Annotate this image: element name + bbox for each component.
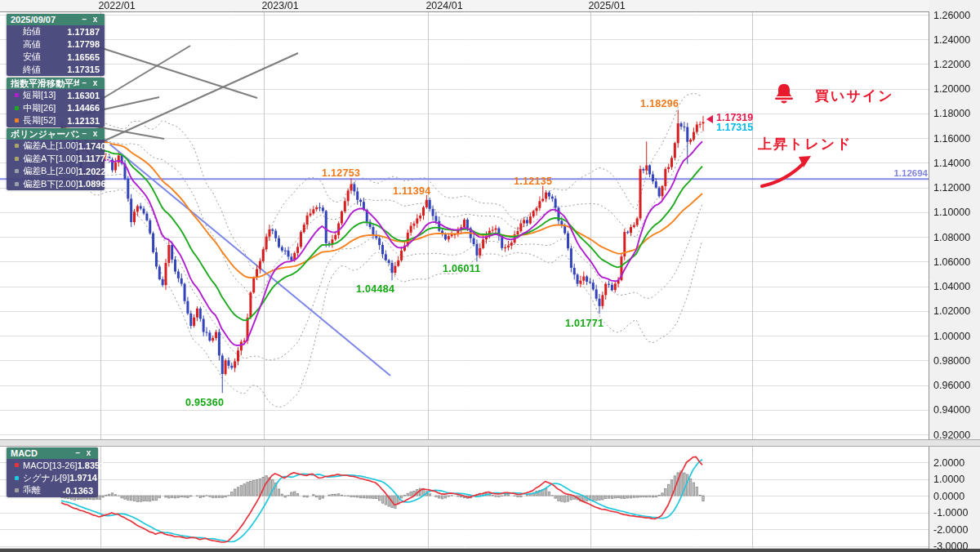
time-axis-tick: 2023/01 bbox=[254, 0, 306, 11]
price-axis-tick: 1.18000 bbox=[933, 108, 970, 119]
swing-high-label: 1.11394 bbox=[393, 185, 431, 197]
swing-low-label: 0.95360 bbox=[185, 397, 224, 408]
panel-row-label: 偏差A上[1.00] bbox=[23, 140, 78, 152]
panel-row: 中期[26]1.14466 bbox=[7, 102, 105, 115]
panel-row-value: 1.17315 bbox=[67, 65, 100, 74]
panel-minimize-button[interactable]: − bbox=[79, 14, 90, 25]
macd-axis-tick: 2.0000 bbox=[933, 457, 964, 469]
macd-axis-tick: 1.0000 bbox=[933, 474, 964, 485]
info-panel-bollinger[interactable]: ボリンジャーバンド−x偏差A上[1.00]1.17406偏差A下[1.00]1.… bbox=[7, 128, 105, 190]
panel-row-value: 1.12131 bbox=[67, 116, 100, 126]
panel-row-value: 1.11776 bbox=[78, 154, 110, 163]
panel-row-value: 1.17187 bbox=[67, 27, 100, 37]
panel-close-button[interactable]: x bbox=[90, 14, 100, 25]
info-panel-ema[interactable]: 指数平滑移動平均−x短期[13]1.16301中期[26]1.14466長期[5… bbox=[7, 78, 105, 127]
panel-row-label: シグナル[9] bbox=[23, 472, 69, 484]
macd-axis-tick: -1.0000 bbox=[933, 507, 968, 519]
panel-title: ボリンジャーバンド bbox=[11, 128, 79, 140]
price-axis-tick: 1.00000 bbox=[933, 331, 970, 342]
swing-high-label: 1.18296 bbox=[640, 98, 679, 109]
price-axis-tick: 1.26000 bbox=[933, 10, 970, 21]
series-color-dot-icon bbox=[15, 169, 19, 173]
panel-row: 終値1.17315 bbox=[7, 64, 105, 77]
uptrend-label: 上昇トレンド bbox=[758, 135, 853, 154]
price-axis-tick: 1.20000 bbox=[933, 83, 970, 95]
swing-low-label: 1.04484 bbox=[356, 283, 394, 295]
series-color-dot-icon bbox=[15, 106, 19, 110]
panel-title: 指数平滑移動平均 bbox=[11, 78, 79, 90]
last-price-marker-icon bbox=[706, 115, 713, 123]
panel-title: 2025/09/07 bbox=[11, 15, 79, 24]
price-axis-tick: 0.98000 bbox=[933, 355, 970, 367]
price-axis-tick: 1.10000 bbox=[933, 207, 970, 218]
series-color-dot-icon bbox=[15, 157, 19, 161]
time-axis-tick: 2025/01 bbox=[581, 0, 633, 11]
panel-close-button[interactable]: x bbox=[90, 78, 100, 89]
series-color-dot-icon bbox=[15, 118, 19, 122]
macd-axis-tick: -3.0000 bbox=[933, 541, 968, 552]
panel-row-value: 1.17406 bbox=[78, 141, 111, 151]
swing-low-label: 1.06011 bbox=[443, 263, 481, 274]
panel-row-label: 偏差B下[2.00] bbox=[23, 178, 78, 190]
panel-minimize-button[interactable]: − bbox=[79, 78, 90, 89]
panel-row-label: 安値 bbox=[23, 51, 67, 63]
panel-row: シグナル[9]1.9714 bbox=[7, 472, 98, 485]
macd-axis-tick: 0.0000 bbox=[933, 491, 964, 502]
info-panel-ohlc[interactable]: 2025/09/07−x始値1.17187高値1.17798安値1.16565終… bbox=[7, 14, 105, 76]
info-panel-macd[interactable]: MACD−xMACD[13-26]1.8351シグナル[9]1.9714乖離-0… bbox=[7, 447, 98, 497]
panel-row: 始値1.17187 bbox=[7, 25, 105, 38]
panel-row-value: 1.16565 bbox=[67, 52, 100, 62]
panel-minimize-button[interactable]: − bbox=[79, 128, 90, 140]
panel-row: 安値1.16565 bbox=[7, 51, 105, 64]
panel-row: 短期[13]1.16301 bbox=[7, 89, 105, 102]
panel-row: MACD[13-26]1.8351 bbox=[7, 459, 98, 472]
panel-row-value: 1.16301 bbox=[67, 91, 100, 100]
price-axis-tick: 1.06000 bbox=[933, 256, 970, 268]
panel-row-value: 1.17798 bbox=[67, 39, 100, 49]
panel-row-label: 偏差A下[1.00] bbox=[23, 153, 78, 165]
chart-canvas[interactable] bbox=[0, 0, 980, 552]
panel-row-label: 中期[26] bbox=[23, 102, 67, 114]
swing-high-label: 1.12135 bbox=[514, 176, 552, 187]
panel-row-label: 高値 bbox=[23, 38, 67, 51]
price-axis-tick: 0.94000 bbox=[933, 404, 970, 416]
panel-row-value: 1.8351 bbox=[78, 461, 105, 470]
panel-row-label: 短期[13] bbox=[23, 89, 67, 101]
panel-row-value: 1.20221 bbox=[78, 167, 111, 176]
panel-row-value: 1.08961 bbox=[78, 179, 111, 189]
panel-row: 乖離-0.1363 bbox=[7, 484, 98, 497]
panel-row-label: 終値 bbox=[23, 64, 67, 76]
swing-high-label: 1.12753 bbox=[322, 167, 360, 179]
time-axis-tick: 2024/01 bbox=[418, 0, 470, 11]
price-axis-tick: 0.96000 bbox=[933, 380, 970, 391]
panel-close-button[interactable]: x bbox=[90, 128, 100, 140]
series-color-dot-icon bbox=[15, 488, 19, 492]
series-color-dot-icon bbox=[15, 476, 19, 480]
price-axis-tick: 1.12000 bbox=[933, 182, 970, 194]
panel-row-label: 乖離 bbox=[23, 484, 63, 496]
panel-row-value: -0.1363 bbox=[63, 486, 93, 496]
last-price-tag-close: 1.17315 bbox=[716, 122, 753, 133]
panel-row: 偏差B上[2.00]1.20221 bbox=[7, 165, 105, 178]
price-axis-tick: 0.92000 bbox=[933, 430, 970, 441]
bell-icon bbox=[773, 82, 795, 107]
fx-chart-app: 1.260001.240001.220001.200001.180001.160… bbox=[0, 0, 980, 552]
panel-row-label: 長期[52] bbox=[23, 114, 67, 127]
panel-row: 偏差A下[1.00]1.11776 bbox=[7, 153, 105, 166]
panel-close-button[interactable]: x bbox=[83, 447, 94, 459]
series-color-dot-icon bbox=[15, 463, 19, 467]
macd-axis-tick: -2.0000 bbox=[933, 524, 968, 536]
time-axis-tick: 2022/01 bbox=[91, 0, 143, 11]
panel-row: 偏差B下[2.00]1.08961 bbox=[7, 178, 105, 191]
series-color-dot-icon bbox=[15, 182, 19, 186]
panel-row: 長期[52]1.12131 bbox=[7, 114, 105, 127]
panel-row: 偏差A上[1.00]1.17406 bbox=[7, 140, 105, 153]
panel-row-label: 始値 bbox=[23, 25, 67, 38]
panel-row-label: 偏差B上[2.00] bbox=[23, 165, 78, 177]
panel-row: 高値1.17798 bbox=[7, 38, 105, 51]
panel-minimize-button[interactable]: − bbox=[73, 447, 83, 459]
swing-low-label: 1.01771 bbox=[565, 318, 604, 329]
price-axis-tick: 1.02000 bbox=[933, 305, 970, 317]
series-color-dot-icon bbox=[15, 144, 19, 148]
panel-title: MACD bbox=[11, 448, 73, 458]
